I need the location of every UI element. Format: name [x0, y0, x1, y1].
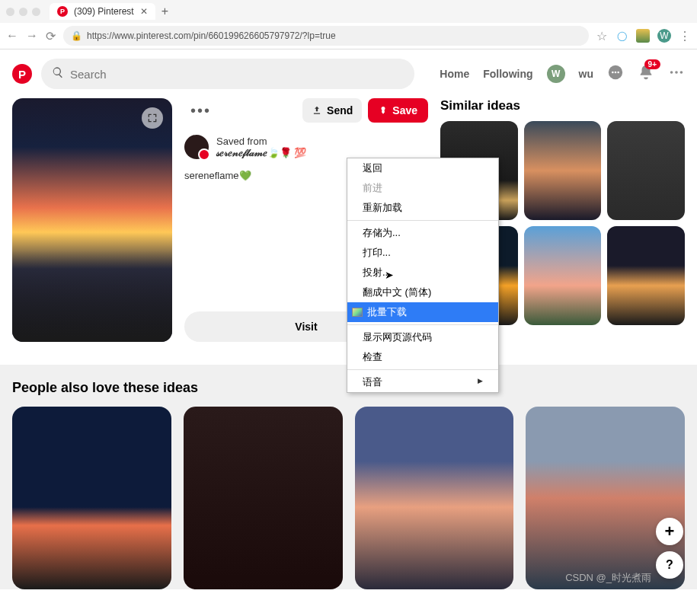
ctx-view-source[interactable]: 显示网页源代码: [347, 327, 498, 347]
ctx-translate[interactable]: 翻成中文 (简体): [347, 282, 498, 302]
svg-point-3: [617, 72, 619, 74]
browser-tab[interactable]: P (309) Pinterest ✕: [50, 3, 155, 20]
pinterest-favicon-icon: P: [57, 6, 68, 17]
pin-main-image[interactable]: [12, 98, 172, 342]
header-nav: Home Following W wu 9+: [440, 64, 685, 84]
save-button[interactable]: Save: [368, 98, 428, 123]
similar-pin[interactable]: [607, 226, 685, 325]
svg-point-6: [680, 71, 683, 74]
ctx-inspect[interactable]: 检查: [347, 347, 498, 367]
notifications-icon[interactable]: 9+: [638, 64, 654, 84]
maximize-window[interactable]: [32, 8, 40, 16]
add-fab[interactable]: +: [656, 518, 683, 545]
svg-point-2: [615, 72, 617, 74]
expand-icon[interactable]: [142, 107, 163, 129]
saved-from-text: Saved from 𝓈𝑒𝓇𝑒𝓃𝑒𝒻𝓁𝒶𝓂𝑒🍃🌹 💯: [216, 136, 306, 159]
source-avatar: [184, 135, 209, 159]
pin-icon: [379, 105, 388, 116]
svg-point-1: [612, 72, 614, 74]
home-link[interactable]: Home: [440, 68, 469, 80]
people-also-love-section: People also love these ideas + ? CSDN @_…: [0, 365, 697, 589]
watermark: CSDN @_时光煮雨: [565, 571, 651, 585]
love-pin[interactable]: [355, 407, 514, 589]
ctx-separator: [347, 324, 498, 325]
svg-point-5: [675, 71, 678, 74]
tab-bar: P (309) Pinterest ✕ +: [0, 0, 697, 23]
love-pin[interactable]: [12, 407, 171, 589]
new-tab-button[interactable]: +: [161, 5, 168, 18]
minimize-window[interactable]: [19, 8, 27, 16]
reload-button[interactable]: ⟳: [46, 29, 56, 43]
saved-from-name: 𝓈𝑒𝓇𝑒𝓃𝑒𝒻𝓁𝒶𝓂𝑒🍃🌹 💯: [216, 147, 306, 159]
browser-menu-icon[interactable]: ⋮: [679, 29, 691, 43]
ctx-reload[interactable]: 重新加载: [347, 198, 498, 218]
similar-pin[interactable]: [524, 121, 602, 220]
close-tab-icon[interactable]: ✕: [140, 6, 148, 17]
ctx-speech[interactable]: 语音: [347, 372, 498, 392]
main-content: ••• Send Save Saved from 𝓈𝑒𝓇𝑒𝓃𝑒𝒻𝓁𝒶𝓂𝑒🍃🌹 💯…: [0, 98, 697, 357]
send-label: Send: [327, 104, 353, 116]
similar-ideas-title: Similar ideas: [440, 98, 685, 113]
window-controls: [6, 8, 40, 16]
back-button[interactable]: ←: [6, 29, 18, 43]
download-ext-icon: [352, 308, 363, 317]
cursor-icon: ➤: [385, 269, 394, 281]
following-link[interactable]: Following: [483, 68, 532, 80]
search-icon: [52, 66, 64, 81]
extension-icon[interactable]: ◯: [615, 29, 628, 43]
ctx-batch-download[interactable]: 批量下载: [347, 302, 498, 322]
forward-button[interactable]: →: [26, 29, 38, 43]
ctx-cast[interactable]: 投射...: [347, 263, 498, 282]
search-input[interactable]: [70, 68, 404, 81]
profile-icon[interactable]: W: [657, 29, 671, 43]
ctx-forward: 前进: [347, 178, 498, 198]
overflow-menu-icon[interactable]: [668, 64, 685, 84]
pin-image-column: [12, 98, 172, 342]
saved-from-row[interactable]: Saved from 𝓈𝑒𝓇𝑒𝓃𝑒𝒻𝓁𝒶𝓂𝑒🍃🌹 💯: [184, 135, 428, 159]
search-bar[interactable]: [41, 59, 414, 89]
messages-icon[interactable]: [607, 64, 624, 84]
close-window[interactable]: [6, 8, 14, 16]
notification-badge: 9+: [644, 59, 660, 69]
browser-chrome: P (309) Pinterest ✕ + ← → ⟳ 🔒 https://ww…: [0, 0, 697, 49]
pinterest-logo-icon[interactable]: P: [12, 64, 32, 84]
tab-title: (309) Pinterest: [74, 6, 134, 17]
app-header: P Home Following W wu 9+: [0, 49, 697, 98]
pin-actions: ••• Send Save: [184, 98, 428, 123]
also-love-grid: [12, 407, 685, 589]
love-pin[interactable]: [184, 407, 343, 589]
ctx-separator: [347, 220, 498, 221]
context-menu: 返回 前进 重新加载 存储为... 打印... 投射... 翻成中文 (简体) …: [347, 158, 499, 393]
bookmark-star-icon[interactable]: ☆: [596, 29, 607, 43]
more-button[interactable]: •••: [184, 99, 217, 123]
address-bar[interactable]: 🔒 https://www.pinterest.com/pin/66019962…: [63, 26, 589, 46]
help-fab[interactable]: ?: [656, 551, 683, 579]
ctx-batch-download-label: 批量下载: [367, 305, 407, 319]
username[interactable]: wu: [579, 68, 593, 80]
ctx-save-as[interactable]: 存储为...: [347, 223, 498, 243]
saved-from-label: Saved from: [216, 136, 306, 147]
url-text: https://www.pinterest.com/pin/6601996266…: [87, 30, 336, 41]
svg-point-4: [670, 71, 673, 74]
address-bar-row: ← → ⟳ 🔒 https://www.pinterest.com/pin/66…: [0, 23, 697, 49]
send-button[interactable]: Send: [302, 98, 362, 123]
lock-icon: 🔒: [71, 30, 82, 41]
ctx-back[interactable]: 返回: [347, 158, 498, 178]
extension-icon[interactable]: [636, 29, 650, 43]
similar-pin[interactable]: [524, 226, 602, 325]
save-label: Save: [392, 104, 417, 116]
similar-pin[interactable]: [607, 121, 685, 220]
ctx-print[interactable]: 打印...: [347, 243, 498, 263]
upload-icon: [312, 105, 322, 116]
avatar[interactable]: W: [547, 65, 565, 83]
ctx-separator: [347, 369, 498, 370]
